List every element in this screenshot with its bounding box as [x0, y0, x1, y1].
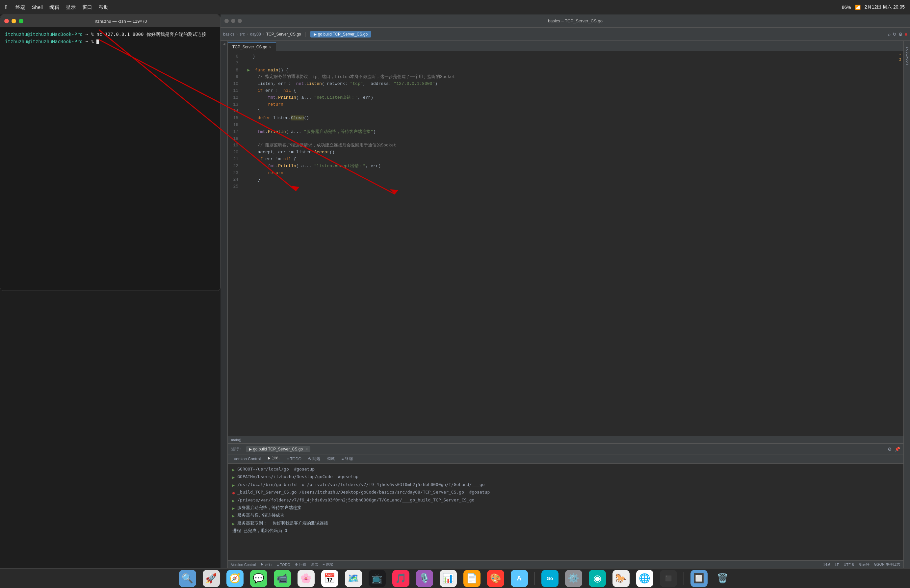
run-icon-7: ▶ — [232, 513, 234, 519]
menubar-window[interactable]: 窗口 — [82, 4, 92, 11]
footer-debug[interactable]: 调试 — [311, 562, 318, 567]
footer-todo[interactable]: ≡ TODO — [277, 563, 290, 567]
tab-run[interactable]: ▶ 运行 — [264, 454, 283, 463]
footer-run[interactable]: ▶ 运行 — [260, 562, 272, 567]
dock-appletv[interactable]: 📺 — [369, 570, 386, 587]
pages-icon: 📄 — [466, 573, 478, 584]
dock-rider[interactable]: 🐎 — [613, 570, 630, 587]
breadcrumb-basics[interactable]: basics — [223, 32, 234, 37]
dock-chrome[interactable]: 🌐 — [636, 570, 653, 587]
run-text-2: GOPATH=/Users/itzhuzhu/Desktop/goCode #g… — [237, 473, 359, 480]
menubar-shell[interactable]: Shell — [32, 4, 43, 11]
code-line-24: } — [242, 176, 895, 183]
menubar-terminal[interactable]: 终端 — [16, 4, 25, 11]
tab-terminal[interactable]: ≡ 终端 — [338, 455, 356, 463]
editor-breadcrumb-text: main() — [231, 438, 241, 442]
breadcrumb-src[interactable]: src — [239, 32, 245, 37]
refresh-icon[interactable]: ↻ — [892, 32, 897, 37]
dock-maps[interactable]: 🗺️ — [345, 570, 362, 587]
build-icon[interactable]: ⚙ — [899, 32, 903, 37]
dock-appstore[interactable]: A — [511, 570, 528, 587]
footer-encoding: UTF-8 — [844, 563, 854, 567]
ide-min-btn[interactable] — [231, 19, 235, 23]
menubar-right: 86% 📶 2月12日 周六 20:05 — [842, 4, 905, 10]
dock-safari[interactable]: 🧭 — [226, 570, 244, 587]
dock-pages[interactable]: 📄 — [463, 570, 480, 587]
dock-keynote[interactable]: 🎨 — [487, 570, 504, 587]
run-icon-3: ▶ — [232, 482, 234, 489]
run-line-4: ● _build_TCP_Server_CS.go /Users/itzhuzh… — [232, 489, 899, 496]
footer-terminal[interactable]: ≡ 终端 — [323, 562, 333, 567]
code-line-18 — [242, 136, 895, 142]
footer-lf: LF — [835, 563, 839, 567]
run-text-4: _build_TCP_Server_CS.go /Users/itzhuzhu/… — [237, 489, 490, 496]
dock-goland[interactable]: Go — [541, 570, 559, 587]
code-line-13: return — [242, 101, 895, 108]
keynote-icon: 🎨 — [490, 573, 501, 584]
dock-goland2[interactable]: ◉ — [589, 570, 606, 587]
run-config-button[interactable]: ▶ go build TCP_Server_CS.go — [310, 31, 371, 37]
terminal-title: itzhuzhu — -zsh — 119×70 — [26, 19, 216, 24]
code-content[interactable]: ) ▶ func main() { // 指定服务器的通讯协议、ip、端口，Li… — [241, 51, 899, 436]
run-text-1: GOROOT=/usr/local/go #gosetup — [237, 465, 315, 473]
breadcrumb-day08[interactable]: day08 — [250, 32, 261, 37]
tab-todo[interactable]: ≡ TODO — [283, 456, 305, 463]
ide-editor-area: TCP_Server_CS.go × 6 7 8 9 10 11 12 13 1… — [228, 41, 904, 568]
breadcrumb-file[interactable]: TCP_Server_CS.go — [266, 32, 301, 37]
menubar-help[interactable]: 帮助 — [99, 4, 108, 11]
run-config-label: go build TCP_Server_CS.go — [318, 32, 368, 37]
ide-bottom-panel: 运行： ▶ go build TCP_Server_CS.go × ⚙ 📌 Ve… — [228, 443, 904, 568]
dock-finder2[interactable]: 🔲 — [690, 570, 708, 587]
safari-icon: 🧭 — [229, 573, 241, 584]
rider-icon: 🐎 — [615, 573, 627, 584]
dock-calendar[interactable]: 📅 — [321, 570, 338, 587]
terminal-minimize-button[interactable] — [11, 19, 16, 23]
dock-photos[interactable]: 🌸 — [297, 570, 315, 587]
sysprefs-icon: ⚙️ — [568, 573, 579, 584]
run-config-selector[interactable]: ▶ go build TCP_Server_CS.go × — [246, 446, 310, 452]
ide-close-btn[interactable] — [225, 19, 229, 23]
code-line-23: return — [242, 170, 895, 177]
code-editor[interactable]: 6 7 8 9 10 11 12 13 14 15 16 17 18 19 20… — [228, 51, 904, 436]
stop-icon[interactable]: ■ — [905, 32, 907, 37]
tab-version-control[interactable]: Version Control — [230, 456, 264, 463]
code-line-14: } — [242, 108, 895, 115]
dock-facetime[interactable]: 📹 — [274, 570, 291, 587]
run-output[interactable]: ▶ GOROOT=/usr/local/go #gosetup ▶ GOPATH… — [228, 464, 904, 561]
code-line-21: if err != nil { — [242, 156, 895, 163]
dock-trash[interactable]: 🗑️ — [714, 570, 731, 587]
apple-menu[interactable]:  — [5, 4, 8, 11]
run-line-7: ▶ 服务器与客户端连接成功 — [232, 512, 899, 519]
run-text-5: /private/var/folders/v7/f9_4jhds6vs03f0m… — [237, 496, 474, 504]
dock-podcasts[interactable]: 🎙️ — [416, 570, 433, 587]
terminal-zoom-button[interactable] — [19, 19, 23, 23]
pin-icon[interactable]: 📌 — [894, 446, 900, 452]
menubar:  终端 Shell 编辑 显示 窗口 帮助 86% 📶 2月12日 周六 20… — [0, 0, 910, 15]
settings-icon[interactable]: ⚙ — [887, 446, 892, 452]
dock-sysprefs[interactable]: ⚙️ — [565, 570, 582, 587]
facetime-icon: 📹 — [276, 573, 288, 584]
dock-messages[interactable]: 💬 — [250, 570, 267, 587]
run-icon-5: ▶ — [232, 498, 234, 504]
bottom-panel-icons: ⚙ 📌 — [887, 446, 900, 452]
dock-launchpad[interactable]: 🚀 — [203, 570, 220, 587]
search-icon[interactable]: ⌕ — [888, 32, 891, 37]
run-text-3: /usr/local/bin/go build -o /private/var/… — [237, 481, 485, 488]
menubar-view[interactable]: 显示 — [66, 4, 76, 11]
tab-close-icon[interactable]: × — [269, 45, 271, 49]
tab-debug[interactable]: 調试 — [323, 455, 338, 463]
dock-music[interactable]: 🎵 — [392, 570, 409, 587]
dock-finder[interactable]: 🔍 — [179, 570, 196, 587]
terminal-body[interactable]: itzhuzhu@itzhuzhuMacBook-Pro ~ % nc 127.… — [0, 27, 220, 291]
finder-icon: 🔍 — [182, 573, 193, 584]
dock-numbers[interactable]: 📊 — [440, 570, 457, 587]
footer-version-control[interactable]: Version Control — [231, 563, 256, 567]
terminal-close-button[interactable] — [4, 19, 9, 23]
tab-tcp-server[interactable]: TCP_Server_CS.go × — [228, 42, 276, 51]
tab-problems[interactable]: ⊗ 问题 — [305, 455, 323, 463]
ide-max-btn[interactable] — [238, 19, 242, 23]
menubar-edit[interactable]: 编辑 — [49, 4, 59, 11]
footer-problems[interactable]: ⊗ 问题 — [295, 562, 306, 567]
run-config-close[interactable]: × — [305, 447, 308, 451]
dock-terminal[interactable]: ⬛ — [660, 570, 677, 587]
